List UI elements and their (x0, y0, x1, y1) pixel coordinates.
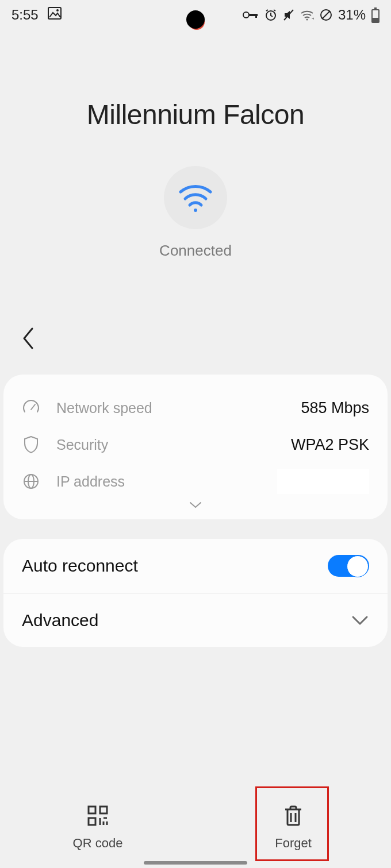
battery-icon (371, 7, 379, 23)
connection-status: Connected (0, 242, 391, 260)
no-signal-icon (320, 9, 332, 21)
chevron-down-icon (351, 611, 369, 630)
security-row: Security WPA2 PSK (22, 426, 369, 463)
auto-reconnect-row[interactable]: Auto reconnect (3, 539, 388, 593)
home-indicator[interactable] (144, 861, 247, 865)
svg-point-2 (243, 12, 249, 18)
network-name: Millennium Falcon (0, 99, 391, 130)
battery-percent: 31% (338, 7, 366, 23)
shield-icon (22, 435, 40, 454)
forget-button[interactable]: Forget (195, 788, 391, 868)
network-details-card: Network speed 585 Mbps Security WPA2 PSK… (3, 375, 388, 519)
svg-point-11 (194, 209, 197, 212)
svg-rect-4 (255, 14, 257, 18)
svg-point-7 (306, 19, 308, 21)
svg-point-1 (56, 9, 59, 11)
network-speed-label: Network speed (56, 400, 152, 416)
wifi-status-icon: + (300, 9, 314, 21)
qr-code-label: QR code (73, 836, 123, 851)
wifi-hero-icon (164, 166, 227, 229)
status-time: 5:55 (12, 7, 39, 23)
svg-line-12 (31, 404, 35, 410)
auto-reconnect-toggle[interactable] (328, 555, 369, 577)
ip-address-value (277, 469, 369, 494)
gallery-icon (48, 7, 62, 23)
vpn-key-icon (243, 10, 259, 20)
network-speed-row: Network speed 585 Mbps (22, 389, 369, 426)
advanced-label: Advanced (22, 611, 98, 630)
globe-icon (22, 473, 40, 490)
qr-code-icon (87, 805, 109, 830)
qr-code-button[interactable]: QR code (0, 788, 195, 868)
svg-rect-16 (89, 807, 95, 813)
network-settings-card: Auto reconnect Advanced (3, 539, 388, 647)
expand-details-button[interactable] (22, 500, 369, 511)
alarm-icon (264, 9, 277, 21)
ip-address-label: IP address (56, 473, 125, 490)
network-speed-value: 585 Mbps (301, 399, 369, 417)
status-bar: 5:55 + 31% (0, 0, 391, 30)
ip-address-row: IP address (22, 463, 369, 500)
svg-line-10 (322, 11, 330, 19)
camera-cutout (186, 10, 205, 29)
speedometer-icon (22, 399, 40, 416)
bottom-action-bar: QR code Forget (0, 788, 391, 868)
svg-text:+: + (312, 16, 314, 21)
svg-rect-17 (100, 807, 107, 813)
security-label: Security (56, 437, 108, 453)
advanced-row[interactable]: Advanced (3, 593, 388, 647)
network-hero: Millennium Falcon Connected (0, 30, 391, 260)
svg-rect-0 (48, 7, 61, 19)
auto-reconnect-label: Auto reconnect (22, 556, 138, 576)
back-button[interactable] (21, 342, 36, 352)
trash-icon (283, 805, 303, 830)
security-value: WPA2 PSK (291, 436, 369, 454)
svg-rect-18 (89, 818, 95, 825)
forget-label: Forget (275, 836, 312, 851)
mute-icon (283, 9, 294, 21)
